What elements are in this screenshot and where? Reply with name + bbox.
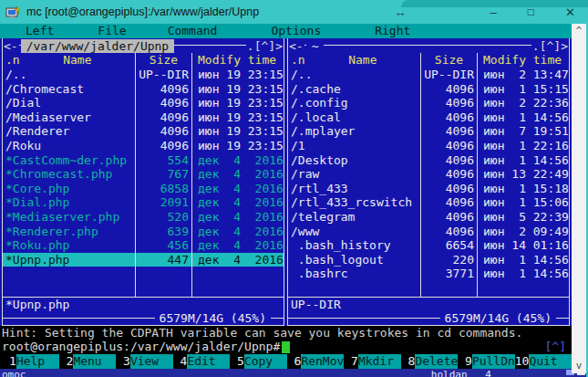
file-row[interactable]: /rtl_433_rcswitch 4096 июн 1 15:06 [288,195,569,210]
text-cursor [282,341,290,353]
fkey-button[interactable]: 5 Copy [230,354,287,369]
resize-icon: ↔ [395,5,407,19]
file-row[interactable]: *CastComm~der.php 554 дек 4 2016 [3,153,284,168]
file-mtime: июн 19 23:15 [191,110,284,125]
file-row[interactable]: *Upnp.php 447 дек 4 2016 [3,253,284,267]
file-size: 6654 [420,238,477,253]
file-row[interactable]: /telegram 4096 июн 5 22:39 [288,210,569,225]
file-row[interactable]: *Roku.php 456 дек 4 2016 [3,238,284,253]
file-row[interactable]: /1 4096 июн 1 22:16 [288,139,569,153]
fkey-number: 4 [173,354,188,369]
scroll-up-button[interactable]: ^ [572,24,586,38]
panel-corner-left: <- [3,39,19,53]
sort-indicator[interactable]: .n [5,53,20,68]
file-name: /.mplayer [288,124,420,139]
right-panel-path[interactable]: ~ [306,39,325,53]
scrollbar[interactable]: ^ v [572,24,586,373]
file-mtime: июн 2 22:36 [477,96,569,110]
fkey-button[interactable]: 10 Quit [515,354,573,369]
fkey-label: Menu [73,354,116,369]
file-size: UP--DIR [135,68,191,82]
file-mtime: июн 19 23:15 [191,82,284,97]
fkey-button[interactable]: 1 Help [2,354,59,369]
function-key-bar: 1 Help 2 Menu 3 View 4 Edit [0,354,572,369]
menu-item[interactable]: Right [375,24,410,38]
file-row[interactable]: /raw 4096 июн 13 22:49 [288,167,569,182]
file-size: 4096 [420,124,477,139]
menu-item[interactable]: Options [271,24,321,38]
file-row[interactable]: .bash_logout 220 июн 1 14:56 [288,253,569,267]
file-row[interactable]: /www 4096 июн 2 09:49 [288,225,569,239]
file-size: 6858 [135,182,191,196]
file-mtime: июн 5 22:39 [477,210,569,225]
left-file-list: /.. UP--DIR июн 19 23:15 /Chromecast 409… [3,68,284,267]
file-row[interactable]: *Renderer.php 639 дек 4 2016 [3,225,284,239]
right-file-list: /.. UP--DIR июн 2 13:47 /.cache 4096 июн… [288,68,569,281]
sort-indicator[interactable]: .n [291,53,305,68]
size-column-header[interactable]: Size [135,53,191,68]
minimize-button[interactable]: – [490,5,497,19]
file-row[interactable]: /.local 4096 июн 1 14:56 [288,110,569,125]
window-title: mc [root@orangepiplus]:/var/www/jalder/U… [26,5,259,18]
fkey-button[interactable]: 2 Menu [59,354,117,369]
file-row[interactable]: /.config 4096 июн 2 22:36 [288,96,569,110]
file-row[interactable]: *Chromecast.php 767 дек 4 2016 [3,167,284,182]
mtime-column-header[interactable]: Modify time [477,53,569,68]
fkey-button[interactable]: 6 RenMov [287,354,345,369]
close-button[interactable]: ✕ [565,5,575,19]
file-size: 3771 [420,267,477,281]
panel-history-button[interactable]: .[^]> [246,39,284,53]
file-name: /.cache [288,82,420,97]
fkey-button[interactable]: 9 PullDn [458,354,515,369]
size-column-header[interactable]: Size [420,53,477,68]
file-name: *Dial.php [3,195,135,210]
name-column-header[interactable]: Name [305,53,420,68]
hint-line: Hint: Setting the CDPATH variable can sa… [0,326,572,340]
command-line[interactable]: root@orangepiplus:/var/www/jalder/Upnp# … [0,340,572,354]
file-row[interactable]: /Dial 4096 июн 19 23:15 [3,96,284,110]
fkey-button[interactable]: 8 Delete [401,354,459,369]
file-row[interactable]: .bashrc 3771 июн 1 14:56 [288,267,569,281]
file-row[interactable]: *Core.php 6858 дек 4 2016 [3,182,284,196]
fkey-button[interactable]: 4 Edit [173,354,231,369]
panel-history-button[interactable]: .[^]> [531,39,569,53]
left-panel-path[interactable]: /var/www/jalder/Upnp [21,39,175,53]
file-row[interactable]: /Mediaserver 4096 июн 19 23:15 [3,110,284,125]
maximize-button[interactable]: □ [528,5,534,18]
fkey-label: Help [16,354,59,369]
file-row[interactable]: *Dial.php 2091 дек 4 2016 [3,195,284,210]
file-row[interactable]: /.. UP--DIR июн 19 23:15 [3,68,284,82]
file-row[interactable]: /rtl_433 4096 июн 1 15:18 [288,182,569,196]
right-disk-usage: 6579M/14G (45%) [440,312,556,325]
history-badge[interactable]: [^] [545,340,566,354]
file-row[interactable]: /.mplayer 4096 июн 7 19:51 [288,124,569,139]
file-name: /telegram [288,210,420,225]
menu-item[interactable]: Command [168,24,218,38]
scroll-down-button[interactable]: v [572,359,586,373]
file-size: 4096 [420,225,477,239]
menu-item[interactable]: File [98,24,126,38]
file-name: /1 [288,139,420,153]
file-row[interactable]: /Renderer 4096 июн 19 23:15 [3,124,284,139]
file-row[interactable]: /Desktop 4096 июн 1 14:56 [288,153,569,168]
left-panel: <- /var/www/jalder/Upnp .[^]> .n Name Si… [2,38,284,326]
file-row[interactable]: /.. UP--DIR июн 2 13:47 [288,68,569,82]
file-name: /Desktop [288,153,420,168]
file-name: .bashrc [288,267,420,281]
file-name: *Mediaserver.php [3,210,135,225]
fkey-button[interactable]: 3 View [116,354,173,369]
file-row[interactable]: /.cache 4096 июн 1 15:15 [288,82,569,97]
left-panel-header: <- /var/www/jalder/Upnp .[^]> [3,38,284,53]
fkey-label: Delete [415,354,458,369]
file-mtime: июн 1 15:18 [477,182,569,196]
file-row[interactable]: /Chromecast 4096 июн 19 23:15 [3,82,284,97]
file-row[interactable]: *Mediaserver.php 520 дек 4 2016 [3,210,284,225]
file-row[interactable]: /Roku 4096 июн 19 23:15 [3,139,284,153]
file-row[interactable]: .bash_history 6654 июн 14 01:16 [288,238,569,253]
mtime-column-header[interactable]: Modify time [191,53,284,68]
menu-item[interactable]: Left [26,24,54,38]
file-name: .bash_history [288,238,420,253]
name-column-header[interactable]: Name [20,53,135,68]
fkey-button[interactable]: 7 Mkdir [344,354,401,369]
fkey-label: Copy [244,354,287,369]
